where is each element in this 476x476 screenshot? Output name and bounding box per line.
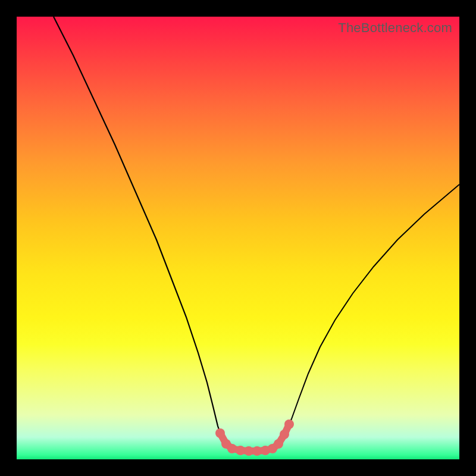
highlight-dot <box>280 430 289 439</box>
highlight-dot <box>236 446 245 455</box>
curve-layer <box>17 17 459 459</box>
bottleneck-curve-left <box>54 17 292 451</box>
highlight-dot <box>252 446 262 456</box>
highlight-dot <box>227 444 237 453</box>
plot-area: TheBottleneck.com <box>17 17 459 459</box>
highlight-dot <box>215 428 225 438</box>
highlight-dot <box>284 419 294 429</box>
highlight-dot <box>274 439 283 449</box>
bottleneck-curve-right <box>292 184 459 419</box>
highlight-dot <box>244 446 253 456</box>
chart-frame: TheBottleneck.com <box>0 0 476 476</box>
